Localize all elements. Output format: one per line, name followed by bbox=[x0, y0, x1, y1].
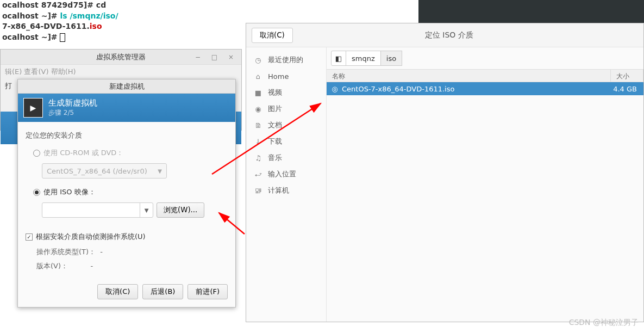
menu-bar[interactable]: 辑(E) 查看(V) 帮助(H) bbox=[1, 65, 241, 79]
sidebar-item-music[interactable]: ♫音乐 bbox=[246, 150, 326, 166]
radio-iso-row[interactable]: 使用 ISO 映像： bbox=[26, 184, 228, 200]
cdrom-combo: CentOS_7_x86_64 (/dev/sr0)▼ bbox=[42, 163, 167, 179]
breadcrumb-root[interactable]: ◧ bbox=[331, 51, 346, 66]
iso-file-icon: ◎ bbox=[330, 85, 340, 93]
wizard-header-title: 生成新虚拟机 bbox=[48, 98, 97, 108]
sidebar-item-recent[interactable]: ◷最近使用的 bbox=[246, 52, 326, 68]
radio-cdrom-row[interactable]: 使用 CD-ROM 或 DVD： bbox=[26, 145, 228, 161]
file-size: 4.4 GB bbox=[608, 85, 640, 93]
section-label: 定位您的安装介质 bbox=[26, 131, 228, 140]
sidebar-item-enter-location[interactable]: ⮐输入位置 bbox=[246, 166, 326, 182]
wizard-header: 生成新虚拟机 步骤 2/5 bbox=[18, 94, 235, 122]
file-chooser-header: 取消(C) 定位 ISO 介质 bbox=[246, 23, 643, 47]
forward-button[interactable]: 前进(F) bbox=[187, 284, 228, 299]
desktop-panel bbox=[418, 0, 644, 23]
chevron-down-icon: ▼ bbox=[158, 168, 162, 174]
breadcrumb-smqnz[interactable]: smqnz bbox=[346, 51, 381, 66]
autodetect-row[interactable]: ✓ 根据安装介质自动侦测操作系统(U) bbox=[26, 229, 228, 245]
autodetect-checkbox[interactable]: ✓ bbox=[26, 233, 33, 241]
camera-icon: ◉ bbox=[254, 105, 262, 113]
sidebar-item-home[interactable]: ⌂Home bbox=[246, 68, 326, 84]
computer-icon: 🖳 bbox=[254, 187, 262, 195]
os-type-value: - bbox=[100, 248, 103, 256]
wizard-titlebar[interactable]: 新建虚拟机 bbox=[18, 79, 235, 94]
iso-path-input[interactable] bbox=[42, 203, 140, 217]
file-row-selected[interactable]: ◎ CentOS-7-x86_64-DVD-1611.iso 4.4 GB bbox=[327, 82, 643, 95]
column-name[interactable]: 名称 bbox=[327, 70, 611, 82]
back-button[interactable]: 后退(B) bbox=[142, 284, 183, 299]
radio-iso[interactable] bbox=[33, 189, 40, 196]
download-icon: ↓ bbox=[254, 138, 262, 146]
clock-icon: ◷ bbox=[254, 56, 262, 64]
file-list-header: 名称 大小 bbox=[327, 69, 643, 82]
os-type-label: 操作系统类型(T)： bbox=[36, 248, 96, 256]
radio-iso-label: 使用 ISO 映像： bbox=[43, 187, 96, 197]
new-vm-wizard: 新建虚拟机 生成新虚拟机 步骤 2/5 定位您的安装介质 使用 CD-ROM 或… bbox=[17, 79, 236, 308]
column-size[interactable]: 大小 bbox=[611, 70, 643, 82]
wizard-step-label: 步骤 2/5 bbox=[48, 108, 97, 118]
window-title: 虚拟系统管理器 bbox=[96, 53, 146, 61]
file-chooser-cancel-button[interactable]: 取消(C) bbox=[252, 28, 293, 43]
sidebar-item-documents[interactable]: 🗎文档 bbox=[246, 117, 326, 133]
window-controls[interactable]: − □ × bbox=[195, 50, 238, 65]
terminal-line: ocalhost 87429d75]# cd bbox=[2, 0, 416, 11]
document-icon: 🗎 bbox=[254, 121, 262, 130]
version-label: 版本(V)： bbox=[36, 262, 68, 270]
home-icon: ⌂ bbox=[254, 72, 262, 81]
cancel-button[interactable]: 取消(C) bbox=[97, 284, 138, 299]
file-chooser-title: 定位 ISO 介质 bbox=[298, 30, 643, 40]
video-icon: ■ bbox=[254, 89, 262, 97]
breadcrumb: ◧ smqnz iso bbox=[327, 47, 643, 69]
terminal-line: ocalhost ~]# ls /smqnz/iso/ bbox=[2, 11, 416, 22]
window-titlebar[interactable]: 虚拟系统管理器 − □ × bbox=[1, 50, 241, 65]
breadcrumb-iso[interactable]: iso bbox=[380, 51, 402, 66]
file-chooser-dialog: 取消(C) 定位 ISO 介质 ◷最近使用的 ⌂Home ■视频 ◉图片 🗎文档… bbox=[246, 23, 644, 322]
file-chooser-sidebar: ◷最近使用的 ⌂Home ■视频 ◉图片 🗎文档 ↓下载 ♫音乐 ⮐输入位置 🖳… bbox=[246, 47, 327, 322]
radio-cdrom[interactable] bbox=[33, 150, 40, 157]
sidebar-item-pictures[interactable]: ◉图片 bbox=[246, 101, 326, 117]
music-icon: ♫ bbox=[254, 154, 262, 162]
version-value: - bbox=[90, 262, 93, 270]
radio-cdrom-label: 使用 CD-ROM 或 DVD： bbox=[43, 148, 123, 158]
iso-path-combo[interactable]: ▼ bbox=[42, 202, 153, 218]
watermark: CSDN @神秘泣男子 bbox=[569, 318, 639, 328]
sidebar-item-videos[interactable]: ■视频 bbox=[246, 84, 326, 101]
sidebar-item-computer[interactable]: 🖳计算机 bbox=[246, 182, 326, 199]
autodetect-label: 根据安装介质自动侦测操作系统(U) bbox=[36, 232, 146, 242]
browse-button[interactable]: 浏览(W)... bbox=[157, 202, 204, 218]
vm-icon bbox=[23, 98, 43, 118]
chevron-down-icon[interactable]: ▼ bbox=[140, 203, 153, 217]
location-icon: ⮐ bbox=[254, 170, 262, 179]
sidebar-item-downloads[interactable]: ↓下载 bbox=[246, 133, 326, 150]
file-name: CentOS-7-x86_64-DVD-1611.iso bbox=[340, 85, 608, 93]
